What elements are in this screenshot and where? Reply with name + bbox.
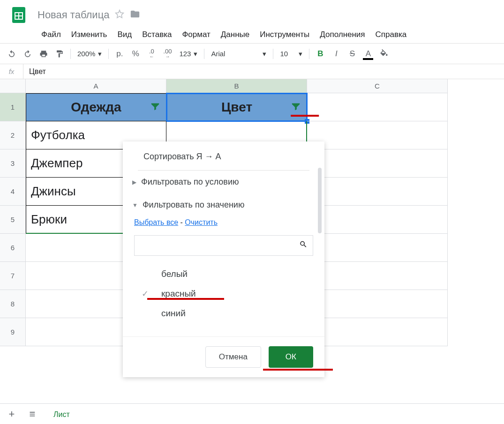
value-label: синий (161, 308, 186, 319)
star-icon[interactable] (115, 9, 124, 21)
menu-data[interactable]: Данные (217, 28, 253, 42)
check-icon: ✓ (142, 289, 153, 299)
percent-button[interactable]: % (128, 47, 143, 61)
filter-search (134, 235, 313, 256)
sort-z-a[interactable]: Сортировать Я → А (123, 148, 324, 170)
currency-button[interactable]: р. (113, 47, 127, 61)
filter-search-input[interactable] (134, 235, 313, 256)
col-header-a[interactable]: A (26, 79, 166, 93)
filter-icon[interactable] (150, 100, 160, 115)
row-header-2[interactable]: 2 (0, 121, 26, 149)
strikethrough-button[interactable]: S (345, 47, 359, 61)
menu-edit[interactable]: Изменить (68, 28, 111, 42)
row-header-9[interactable]: 9 (0, 318, 26, 346)
filter-by-value[interactable]: ▼Фильтровать по значению (123, 193, 324, 216)
scrollbar[interactable] (318, 168, 322, 233)
row-header-3[interactable]: 3 (0, 149, 26, 178)
zoom-value: 200% (77, 50, 95, 58)
paint-format-button[interactable] (53, 47, 67, 61)
col-header-c[interactable]: C (307, 79, 448, 93)
fx-label: fx (0, 64, 23, 79)
all-sheets-button[interactable]: ≡ (24, 406, 40, 422)
menu-help[interactable]: Справка (372, 28, 411, 42)
row-header-5[interactable]: 5 (0, 206, 26, 234)
menu-addons[interactable]: Дополнения (316, 28, 369, 42)
sheets-logo (8, 4, 30, 26)
header-b-label: Цвет (221, 100, 252, 115)
increase-decimal-button[interactable]: .00→ (160, 47, 174, 61)
filter-value-item[interactable]: ✓красный (142, 284, 313, 304)
filter-value-item[interactable]: белый (142, 264, 313, 284)
toolbar: 200%▾ р. % .0← .00→ 123▾ Arial▾ 10▾ B I … (0, 44, 504, 64)
cell-c1[interactable] (307, 93, 448, 121)
cell-c4[interactable] (307, 178, 448, 206)
font-size-select[interactable]: 10▾ (277, 50, 305, 58)
header-a-label: Одежда (71, 100, 121, 115)
value-label: красный (161, 289, 196, 299)
row-header-4[interactable]: 4 (0, 178, 26, 206)
cell-c3[interactable] (307, 149, 448, 178)
ok-button[interactable]: ОК (269, 346, 313, 368)
decrease-decimal-button[interactable]: .0← (144, 47, 158, 61)
italic-label: I (335, 49, 338, 59)
row-header-1[interactable]: 1 (0, 93, 26, 121)
dropdown-icon: ▾ (299, 50, 302, 58)
cell-c8[interactable] (307, 290, 448, 318)
cell-a1[interactable]: Одежда (26, 93, 166, 121)
cell-c6[interactable] (307, 234, 448, 262)
formula-bar: fx Цвет (0, 64, 504, 79)
col-header-b[interactable]: B (166, 79, 307, 93)
value-label: белый (161, 269, 188, 279)
redo-button[interactable] (21, 47, 35, 61)
menu-view[interactable]: Вид (113, 28, 135, 42)
search-icon[interactable] (299, 240, 308, 251)
filter-condition-label: Фильтровать по условию (141, 177, 239, 187)
row-header-7[interactable]: 7 (0, 262, 26, 290)
bold-button[interactable]: B (313, 47, 327, 61)
folder-icon[interactable] (130, 9, 140, 21)
filter-value-item[interactable]: синий (142, 304, 313, 323)
fill-color-button[interactable] (377, 47, 391, 61)
doc-title[interactable]: Новая таблица (38, 9, 109, 21)
font-value: Arial (211, 50, 225, 58)
print-button[interactable] (37, 47, 51, 61)
sheet-tab[interactable]: Лист (45, 404, 78, 424)
menu-tools[interactable]: Инструменты (256, 28, 313, 42)
filter-icon[interactable] (291, 100, 301, 115)
select-clear-links: Выбрать все - Очистить (123, 216, 324, 235)
number-format-select[interactable]: 123▾ (176, 50, 200, 58)
font-select[interactable]: Arial▾ (208, 50, 269, 58)
menu-insert[interactable]: Вставка (138, 28, 175, 42)
menu-file[interactable]: Файл (38, 28, 65, 42)
cell-c5[interactable] (307, 206, 448, 234)
zoom-select[interactable]: 200%▾ (75, 50, 105, 58)
strike-label: S (350, 49, 355, 59)
cell-c9[interactable] (307, 318, 448, 346)
filter-dropdown: Сортировать Я → А ▶Фильтровать по услови… (123, 141, 324, 377)
row-header-6[interactable]: 6 (0, 234, 26, 262)
cancel-button[interactable]: Отмена (205, 346, 261, 368)
ok-label: ОК (286, 352, 296, 361)
row-header-8[interactable]: 8 (0, 290, 26, 318)
cell-b1[interactable]: Цвет (166, 93, 307, 121)
select-all-link[interactable]: Выбрать все (134, 218, 178, 226)
italic-button[interactable]: I (329, 47, 343, 61)
select-all-corner[interactable] (0, 79, 26, 93)
formula-input[interactable]: Цвет (23, 67, 504, 76)
caret-right-icon: ▶ (132, 179, 136, 186)
clear-link[interactable]: Очистить (185, 218, 218, 226)
undo-button[interactable] (5, 47, 19, 61)
menubar: Файл Изменить Вид Вставка Формат Данные … (0, 26, 504, 42)
cell-c2[interactable] (307, 121, 448, 149)
numfmt-value: 123 (179, 50, 191, 58)
link-sep: - (178, 218, 185, 226)
filter-value-label: Фильтровать по значению (143, 200, 245, 210)
text-color-button[interactable]: A (361, 47, 375, 61)
add-sheet-button[interactable]: + (4, 406, 20, 422)
size-value: 10 (280, 50, 288, 58)
menu-format[interactable]: Формат (178, 28, 214, 42)
cell-c7[interactable] (307, 262, 448, 290)
filter-by-condition[interactable]: ▶Фильтровать по условию (123, 171, 324, 193)
caret-down-icon: ▼ (132, 202, 138, 208)
dropdown-icon: ▾ (263, 50, 266, 58)
